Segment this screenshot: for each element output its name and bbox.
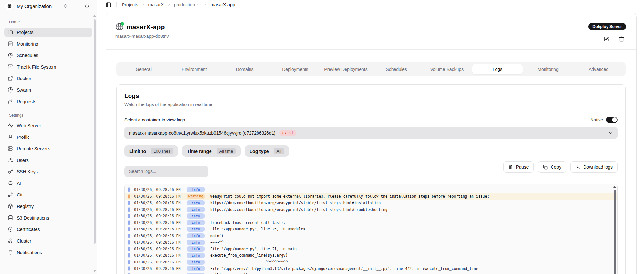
log-timestamp: 01/30/26, 09:28:16 PM [134, 253, 185, 258]
tab-advanced[interactable]: Advanced [573, 64, 624, 74]
tab-schedules[interactable]: Schedules [371, 64, 422, 74]
breadcrumb-item-masarx[interactable]: masarX [148, 2, 164, 7]
sidebar-item-profile[interactable]: Profile [4, 132, 92, 142]
log-timestamp: 01/30/26, 09:28:16 PM [134, 260, 185, 264]
log-scrollbar[interactable] [613, 185, 616, 274]
sidebar-item-ai[interactable]: AI [4, 179, 92, 188]
tab-general[interactable]: General [118, 64, 169, 74]
filter-time-range[interactable]: Time rangeAll time [182, 145, 241, 157]
tab-monitoring[interactable]: Monitoring [523, 64, 573, 74]
sidebar-item-certificates[interactable]: Certificates [4, 225, 92, 234]
sidebar-item-label: Requests [17, 99, 36, 104]
sidebar-item-swarm[interactable]: Swarm [4, 85, 92, 95]
scroll-down-arrow-icon[interactable] [93, 270, 96, 272]
topbar-divider [116, 2, 117, 7]
chevron-right-icon [141, 3, 145, 7]
container-select-value: masarx-masarxapp-do8tnv.1.yrwlux5xkuzb01… [129, 130, 275, 136]
container-select[interactable]: masarx-masarxapp-do8tnv.1.yrwlux5xkuzb01… [124, 127, 618, 139]
chevrons-up-down-icon[interactable] [63, 4, 68, 8]
chevron-right-icon [203, 3, 207, 7]
log-level-accent [128, 207, 130, 212]
server-stack-icon [8, 146, 13, 151]
tab-preview-deployments[interactable]: Preview Deployments [321, 64, 371, 74]
nav-section: HomeProjectsMonitoringSchedulesTraefik F… [0, 20, 97, 106]
app-title: masarX-app [126, 23, 165, 31]
activity-icon [8, 123, 13, 128]
breadcrumb-item-projects[interactable]: Projects [122, 2, 138, 7]
sidebar-item-label: Registry [17, 204, 34, 209]
filter-value-badge: All time [217, 148, 236, 154]
filter-label: Limit to [129, 149, 146, 154]
log-line: 01/30/26, 09:28:16 PMinfoFile "/app/mana… [125, 226, 617, 233]
log-level-accent [128, 266, 130, 271]
log-timestamp: 01/30/26, 09:28:16 PM [134, 247, 185, 251]
sidebar-item-label: Swarm [17, 87, 31, 93]
log-level-accent [128, 247, 130, 251]
sidebar-item-notifications[interactable]: Notifications [4, 248, 92, 257]
edit-icon[interactable] [604, 36, 609, 42]
search-input[interactable] [124, 166, 208, 177]
org-switcher[interactable]: My Organization [0, 0, 97, 10]
sidebar-item-s3-destinations[interactable]: S3 Destinations [4, 213, 92, 222]
sidebar-item-ssh-keys[interactable]: SSH Keys [4, 167, 92, 176]
native-toggle[interactable] [606, 117, 618, 123]
panel-left-icon[interactable] [106, 2, 111, 8]
log-message: File "/app/.venv/lib/python3.13/site-pac… [210, 266, 478, 271]
filter-value-badge: All [274, 148, 284, 154]
copy-button[interactable]: Copy [538, 161, 566, 173]
log-scrollbar-thumb[interactable] [614, 190, 616, 274]
log-level-accent [128, 201, 130, 205]
pause-button[interactable]: Pause [503, 161, 534, 173]
sidebar-item-docker[interactable]: Docker [4, 74, 92, 83]
nav-section: SettingsWeb ServerProfileRemote ServersU… [0, 113, 97, 257]
filter-limit-to[interactable]: Limit to100 lines [124, 145, 178, 157]
sidebar-item-users[interactable]: Users [4, 155, 92, 165]
breadcrumb-item-production[interactable]: production [174, 2, 200, 7]
sidebar-item-requests[interactable]: Requests [4, 97, 92, 106]
log-level-badge: info [187, 233, 205, 238]
nav-section-label: Settings [9, 113, 97, 118]
sidebar-scrollbar-thumb[interactable] [94, 19, 96, 244]
sidebar-item-label: Web Server [17, 123, 41, 128]
tab-volume-backups[interactable]: Volume Backups [422, 64, 472, 74]
breadcrumb-item-label: masarX-app [211, 2, 235, 7]
sidebar-item-remote-servers[interactable]: Remote Servers [4, 144, 92, 153]
scroll-up-arrow-icon[interactable] [93, 15, 96, 17]
log-line: 01/30/26, 09:28:16 PMinfomain() [125, 233, 617, 239]
sidebar-item-projects[interactable]: Projects [4, 28, 92, 37]
log-timestamp: 01/30/26, 09:28:16 PM [134, 214, 185, 218]
sidebar-scrollbar[interactable] [93, 14, 96, 273]
log-scroll-up-icon[interactable] [613, 186, 616, 188]
trash-icon[interactable] [619, 36, 624, 42]
sidebar-item-label: SSH Keys [17, 169, 38, 174]
filter-log-type[interactable]: Log typeAll [245, 145, 289, 157]
sidebar-item-web-server[interactable]: Web Server [4, 121, 92, 130]
log-timestamp: 01/30/26, 09:28:16 PM [134, 220, 185, 225]
log-level-badge: info [187, 253, 205, 258]
log-message: ~~~~^^ [210, 240, 224, 245]
sidebar-item-monitoring[interactable]: Monitoring [4, 39, 92, 48]
chevron-right-icon [167, 3, 171, 7]
action-button-label: Pause [516, 164, 529, 170]
tab-deployments[interactable]: Deployments [270, 64, 321, 74]
globe-icon [115, 23, 123, 31]
pie-chart-icon [8, 87, 13, 93]
sidebar-item-git[interactable]: Git [4, 190, 92, 199]
sidebar-item-schedules[interactable]: Schedules [4, 51, 92, 60]
tab-environment[interactable]: Environment [169, 64, 219, 74]
download-icon [576, 165, 580, 170]
nav-section-label: Home [9, 20, 97, 24]
shield-check-icon [8, 227, 13, 232]
log-message: Traceback (most recent call last): [210, 220, 285, 225]
bot-icon [8, 180, 13, 186]
log-level-badge: info [187, 200, 205, 205]
tab-logs[interactable]: Logs [472, 64, 523, 74]
sidebar-item-registry[interactable]: Registry [4, 202, 92, 211]
download-logs-button[interactable]: Download logs [570, 161, 618, 173]
sidebar-item-cluster[interactable]: Cluster [4, 236, 92, 245]
log-line: 01/30/26, 09:28:16 PMinfo~~~~~~~~~~~~~~~… [125, 259, 617, 266]
logs-title: Logs [124, 93, 618, 100]
bell-icon[interactable] [84, 4, 90, 9]
tab-domains[interactable]: Domains [219, 64, 270, 74]
sidebar-item-traefik-file-system[interactable]: Traefik File System [4, 62, 92, 71]
